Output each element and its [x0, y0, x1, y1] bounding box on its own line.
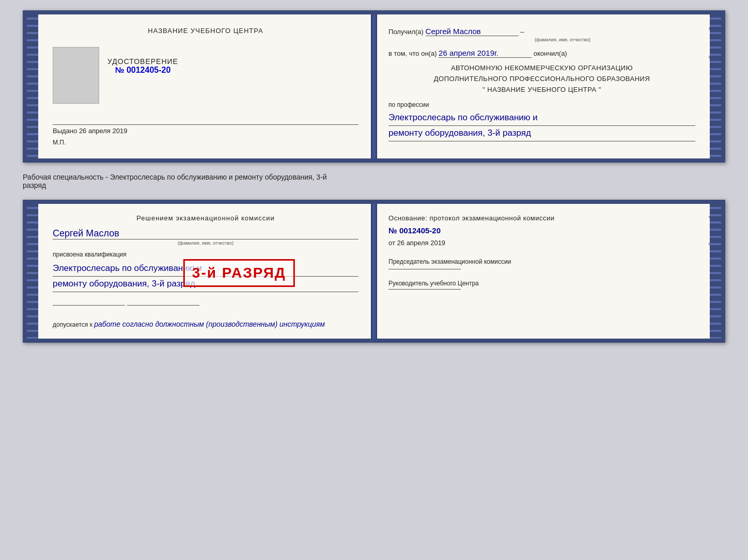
vtom-row: в том, что он(а) 26 апреля 2019г. окончи…: [388, 49, 695, 58]
bottom-fio-label: (фамилия, имя, отчество): [53, 241, 359, 246]
sig-line-2: [127, 305, 199, 306]
ruk-block: Руководитель учебного Центра: [388, 280, 695, 290]
fio-label-top: (фамилия, имя, отчество): [430, 37, 695, 42]
profession-line1: Электрослесарь по обслуживанию и: [388, 110, 695, 126]
bottom-certificate-book: Решением экзаменационной комиссии Сергей…: [23, 200, 725, 343]
udostoverenie-number: № 0012405-20: [107, 66, 178, 75]
bottom-left-page: Решением экзаменационной комиссии Сергей…: [38, 204, 374, 339]
profession-line2: ремонту оборудования, 3-й разряд: [388, 126, 695, 141]
ot-line: от 26 апреля 2019: [388, 239, 695, 247]
vtom-date: 26 апреля 2019г.: [439, 49, 532, 58]
stamp-razryad: 3-й РАЗРЯД: [183, 259, 295, 287]
stamp-mp: М.П.: [53, 139, 359, 146]
description-text: Рабочая специальность - Электрослесарь п…: [23, 171, 725, 191]
org-line2: ДОПОЛНИТЕЛЬНОГО ПРОФЕССИОНАЛЬНОГО ОБРАЗО…: [388, 74, 695, 85]
komissia-title: Решением экзаменационной комиссии: [53, 214, 359, 222]
prisvoena-label: присвоена квалификация: [53, 251, 359, 258]
org-line3: " НАЗВАНИЕ УЧЕБНОГО ЦЕНТРА ": [388, 85, 695, 95]
poluchil-row: Получил(а) Сергей Маслов –: [388, 27, 695, 36]
osnov-text: Основание: протокол экзаменационной коми…: [388, 214, 695, 222]
top-right-page: Получил(а) Сергей Маслов – (фамилия, имя…: [374, 14, 710, 158]
bottom-right-page: Основание: протокол экзаменационной коми…: [374, 204, 710, 339]
bottom-right-side-markers: и а ← – –: [708, 204, 713, 339]
org-block: АВТОНОМНУЮ НЕКОММЕРЧЕСКУЮ ОРГАНИЗАЦИЮ ДО…: [388, 63, 695, 95]
book-spine: [371, 14, 377, 158]
bottom-name: Сергей Маслов: [53, 228, 359, 239]
top-center-title: НАЗВАНИЕ УЧЕБНОГО ЦЕНТРА: [53, 27, 359, 35]
bottom-book-spine: [371, 204, 377, 339]
predsedatel-label: Председатель экзаменационной комиссии: [388, 258, 511, 265]
org-line1: АВТОНОМНУЮ НЕКОММЕРЧЕСКУЮ ОРГАНИЗАЦИЮ: [388, 63, 695, 74]
photo-placeholder: [53, 47, 99, 104]
допускается-value: работе согласно должностным (производств…: [94, 320, 325, 328]
top-left-page: НАЗВАНИЕ УЧЕБНОГО ЦЕНТРА УДОСТОВЕРЕНИЕ №…: [38, 14, 374, 158]
recipient-name: Сергей Маслов: [426, 27, 519, 36]
ot-date: 26 апреля 2019: [397, 239, 446, 247]
ruk-label: Руководитель учебного Центра: [388, 280, 479, 287]
issued-line: Выдано 26 апреля 2019: [53, 124, 359, 135]
right-side-markers: и а ← – –: [708, 14, 713, 158]
ot-label: от: [388, 239, 395, 247]
udostoverenie-label: УДОСТОВЕРЕНИЕ: [107, 57, 178, 66]
bottom-number: № 0012405-20: [388, 226, 695, 235]
issued-date: 26 апреля 2019: [79, 127, 128, 135]
udost-block: УДОСТОВЕРЕНИЕ № 0012405-20: [107, 57, 178, 75]
okonchil-label: окончил(а): [534, 50, 567, 57]
issued-label: Выдано: [53, 127, 77, 135]
po-professii-label: по профессии: [388, 101, 695, 108]
vtom-label: в том, что он(а): [388, 50, 437, 57]
poluchil-label: Получил(а): [388, 28, 424, 36]
desc-line2: разряд: [23, 181, 46, 189]
допускается-label: допускается к: [53, 321, 92, 328]
photo-udost-row: УДОСТОВЕРЕНИЕ № 0012405-20: [53, 47, 359, 104]
desc-line1: Рабочая специальность - Электрослесарь п…: [23, 173, 327, 181]
dopuskaetsya-block: допускается к работе согласно должностны…: [53, 320, 359, 328]
sig-line-1: [53, 305, 125, 306]
top-certificate-book: НАЗВАНИЕ УЧЕБНОГО ЦЕНТРА УДОСТОВЕРЕНИЕ №…: [23, 10, 725, 163]
predsedatel-block: Председатель экзаменационной комиссии: [388, 257, 695, 269]
